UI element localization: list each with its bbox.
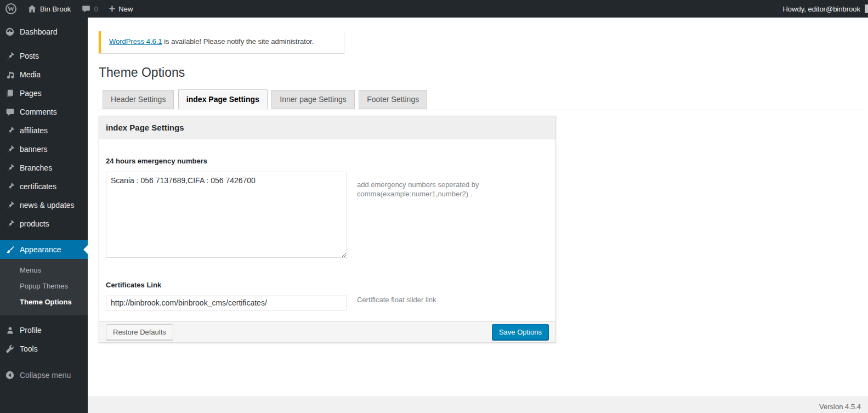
comment-bubble-icon [82,5,90,13]
certificates-link-label: Certificates Link [106,281,347,289]
wrench-icon [4,343,15,354]
sidebar-item-pages[interactable]: Pages [0,84,88,103]
pin-icon [4,144,15,155]
pin-icon [4,162,15,173]
new-label: New [118,5,133,13]
sidebar-item-label: affiliates [20,126,48,135]
tab-inner-page-settings[interactable]: Inner page Settings [271,90,354,109]
emergency-numbers-help: add emergency numbers seperated by comma… [357,146,500,260]
sidebar-item-branches[interactable]: Branches [0,159,88,177]
menu-separator [0,315,88,321]
sidebar-item-label: banners [20,145,48,154]
settings-tab-bar: Header Settings index Page Settings Inne… [99,90,864,110]
emergency-numbers-label: 24 hours emergency numbers [106,157,347,165]
wordpress-logo-icon: W [5,3,16,14]
admin-bar: W Bin Brook 0 New Howdy, editor@binbrook [0,0,868,18]
sidebar-item-label: Comments [20,108,57,116]
screen: W Bin Brook 0 New Howdy, editor@binbrook [0,0,868,413]
new-content-menu[interactable]: New [104,0,139,18]
collapse-menu-button[interactable]: Collapse menu [0,366,88,384]
pages-icon [4,88,15,99]
tab-header-settings[interactable]: Header Settings [103,90,174,109]
sidebar-item-label: Tools [20,344,38,353]
sidebar-item-label: Branches [20,163,52,172]
pin-icon [4,50,15,61]
sidebar-item-comments[interactable]: Comments [0,103,88,121]
version-text: Version 4.5.4 [819,403,861,411]
certificates-link-help: Certificate float slider link [357,270,500,310]
emergency-numbers-field-row: 24 hours emergency numbers Scania : 056 … [106,146,549,260]
sidebar-item-dashboard[interactable]: Dashboard [0,22,88,41]
admin-footer: Version 4.5.4 [88,397,868,413]
pin-icon [4,218,15,229]
site-name-link[interactable]: Bin Brook [22,0,76,18]
sidebar-item-label: products [20,219,49,228]
index-page-settings-panel: index Page Settings 24 hours emergency n… [99,116,556,343]
sidebar-item-label: Media [20,70,41,79]
sidebar-item-appearance[interactable]: Appearance [0,240,88,259]
restore-defaults-button[interactable]: Restore Defaults [106,324,173,341]
sidebar-item-news-updates[interactable]: news & updates [0,196,88,214]
sidebar-item-media[interactable]: Media [0,65,88,84]
pin-icon [4,125,15,136]
tab-footer-settings[interactable]: Footer Settings [359,90,427,109]
page-title: Theme Options [99,65,868,81]
collapse-menu-label: Collapse menu [20,371,71,380]
update-notice: WordPress 4.6.1 is available! Please not… [99,31,344,53]
panel-body: 24 hours emergency numbers Scania : 056 … [99,139,555,321]
wp-logo-menu[interactable]: W [0,0,22,18]
submenu-item-menus[interactable]: Menus [0,262,88,278]
collapse-arrow-icon [4,370,15,381]
sidebar-item-profile[interactable]: Profile [0,321,88,340]
comments-link[interactable]: 0 [76,0,103,18]
sidebar-item-label: news & updates [20,201,75,210]
comment-count: 0 [94,5,98,13]
update-notice-text: is available! Please notify the site adm… [162,37,314,46]
sidebar-item-affiliates[interactable]: affiliates [0,121,88,140]
menu-separator [0,41,88,47]
appearance-brush-icon [4,244,15,255]
plus-icon [109,4,116,14]
wordpress-update-link[interactable]: WordPress 4.6.1 [109,37,162,46]
media-icon [4,69,15,80]
sidebar-item-label: certificates [20,182,56,191]
sidebar-item-label: Pages [20,89,42,98]
pin-icon [4,200,15,211]
panel-footer: Restore Defaults Save Options [99,321,555,342]
site-name-label: Bin Brook [40,5,71,13]
account-menu[interactable]: Howdy, editor@binbrook [778,5,865,13]
current-menu-arrow [83,245,88,254]
sidebar-item-label: Appearance [20,245,61,254]
certificates-link-field-row: Certificates Link Certificate float slid… [106,270,549,310]
comments-icon [4,106,15,117]
menu-separator [0,233,88,240]
sidebar-item-label: Profile [20,326,42,335]
emergency-numbers-textarea[interactable]: Scania : 056 7137689,CIFA : 056 7426700 [106,172,347,258]
pin-icon [4,181,15,192]
submenu-item-theme-options[interactable]: Theme Options [0,294,88,310]
user-icon [4,325,15,336]
home-icon [27,4,37,13]
main-content: WordPress 4.6.1 is available! Please not… [88,18,868,413]
sidebar-item-banners[interactable]: banners [0,140,88,159]
sidebar-item-label: Dashboard [20,27,58,36]
sidebar-item-posts[interactable]: Posts [0,47,88,65]
sidebar-item-label: Posts [20,52,39,60]
dashboard-icon [4,26,15,37]
tab-index-page-settings[interactable]: index Page Settings [178,89,268,109]
admin-sidebar: Dashboard Posts Media Pages Commen [0,18,88,413]
sidebar-item-products[interactable]: products [0,214,88,233]
submenu-item-popup-themes[interactable]: Popup Themes [0,278,88,294]
sidebar-item-tools[interactable]: Tools [0,340,88,358]
sidebar-item-certificates[interactable]: certificates [0,177,88,196]
save-options-button[interactable]: Save Options [492,324,549,341]
appearance-submenu: Menus Popup Themes Theme Options [0,259,88,315]
certificates-link-input[interactable] [106,296,347,310]
panel-title: index Page Settings [99,116,555,139]
avatar [865,4,868,13]
